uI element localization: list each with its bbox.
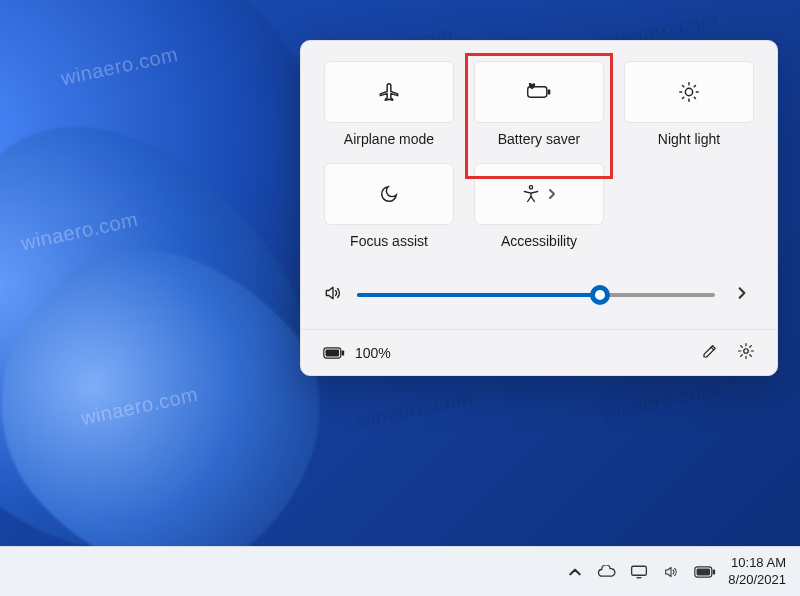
svg-rect-17 — [632, 566, 647, 575]
tile-label: Focus assist — [350, 233, 428, 249]
quick-settings-panel: Airplane mode Battery saver — [300, 40, 778, 376]
system-tray — [568, 564, 716, 580]
chevron-up-icon — [568, 565, 582, 579]
svg-rect-0 — [528, 87, 547, 97]
speaker-icon — [662, 564, 680, 580]
pencil-icon — [701, 342, 719, 360]
battery-icon — [694, 565, 716, 579]
gear-icon — [737, 342, 755, 360]
focus-assist-icon — [378, 183, 400, 205]
svg-line-15 — [711, 347, 714, 350]
svg-line-10 — [694, 85, 695, 86]
slider-thumb[interactable] — [590, 285, 610, 305]
chevron-right-icon — [547, 188, 557, 200]
clock-time: 10:18 AM — [728, 555, 786, 571]
battery-saver-toggle[interactable] — [474, 61, 604, 123]
volume-slider[interactable] — [357, 285, 715, 305]
cloud-icon — [596, 565, 616, 579]
quick-settings-grid: Airplane mode Battery saver — [323, 61, 755, 249]
onedrive-tray-icon[interactable] — [596, 565, 616, 579]
battery-icon — [323, 346, 345, 360]
tile-label: Battery saver — [498, 131, 580, 147]
night-light-toggle[interactable] — [624, 61, 754, 123]
watermark: winaero.com — [599, 378, 720, 425]
accessibility-icon — [521, 184, 541, 204]
battery-tray-icon[interactable] — [694, 565, 716, 579]
chevron-right-icon — [736, 286, 748, 300]
watermark: winaero.com — [354, 386, 475, 433]
tile-night-light: Night light — [623, 61, 755, 147]
airplane-mode-toggle[interactable] — [324, 61, 454, 123]
speaker-icon[interactable] — [323, 283, 343, 307]
svg-line-7 — [682, 85, 683, 86]
monitor-icon — [630, 564, 648, 580]
network-tray-icon[interactable] — [630, 564, 648, 580]
svg-point-2 — [685, 88, 692, 95]
tile-label: Accessibility — [501, 233, 577, 249]
tile-accessibility: Accessibility — [473, 163, 605, 249]
edit-quick-settings-button[interactable] — [701, 342, 719, 363]
tile-label: Night light — [658, 131, 720, 147]
slider-fill — [357, 293, 600, 297]
battery-saver-icon — [526, 82, 552, 102]
focus-assist-toggle[interactable] — [324, 163, 454, 225]
volume-tray-icon[interactable] — [662, 564, 680, 580]
svg-point-16 — [744, 349, 749, 354]
taskbar-clock[interactable]: 10:18 AM 8/20/2021 — [728, 555, 786, 588]
tile-airplane-mode: Airplane mode — [323, 61, 455, 147]
svg-rect-21 — [713, 569, 716, 574]
svg-point-11 — [529, 186, 532, 189]
quick-settings-footer: 100% — [301, 329, 777, 375]
volume-row — [323, 283, 755, 307]
night-light-icon — [678, 81, 700, 103]
tile-label: Airplane mode — [344, 131, 434, 147]
svg-line-9 — [682, 97, 683, 98]
battery-percent: 100% — [355, 345, 391, 361]
svg-rect-20 — [697, 568, 711, 575]
open-settings-button[interactable] — [737, 342, 755, 363]
clock-date: 8/20/2021 — [728, 572, 786, 588]
svg-rect-14 — [342, 350, 345, 355]
tray-overflow-button[interactable] — [568, 565, 582, 579]
taskbar: 10:18 AM 8/20/2021 — [0, 546, 800, 596]
volume-flyout-button[interactable] — [729, 286, 755, 304]
tile-battery-saver: Battery saver — [473, 61, 605, 147]
battery-status[interactable]: 100% — [323, 345, 391, 361]
airplane-icon — [378, 81, 400, 103]
tile-focus-assist: Focus assist — [323, 163, 455, 249]
accessibility-toggle[interactable] — [474, 163, 604, 225]
svg-line-8 — [694, 97, 695, 98]
svg-rect-1 — [548, 89, 551, 94]
svg-rect-13 — [326, 349, 340, 356]
